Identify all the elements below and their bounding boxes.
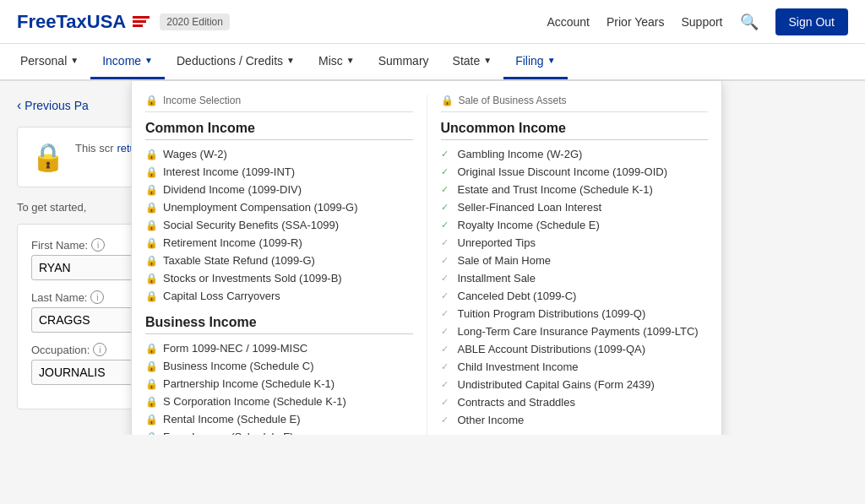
chevron-left-icon: ‹	[17, 98, 21, 113]
income-item-estate[interactable]: ✓Estate and Trust Income (Schedule K-1)	[441, 181, 709, 198]
nav-state[interactable]: State ▼	[441, 44, 504, 79]
nav-filing[interactable]: Filing ▼	[503, 44, 567, 79]
income-item-ltc[interactable]: ✓Long-Term Care Insurance Payments (1099…	[441, 322, 709, 340]
lock-icon: 🔒	[145, 149, 158, 160]
income-item-1099nec[interactable]: 🔒Form 1099-NEC / 1099-MISC	[145, 339, 413, 357]
chevron-down-icon: ▼	[286, 56, 295, 65]
income-item-undistributed[interactable]: ✓Undistributed Capital Gains (Form 2439)	[441, 376, 709, 393]
income-item-royalty[interactable]: ✓Royalty Income (Schedule E)	[441, 216, 709, 234]
lock-icon: 🔒	[145, 360, 158, 372]
chevron-down-icon: ▼	[346, 56, 355, 65]
common-income-title: Common Income	[145, 121, 413, 140]
lock-icon: 🔒	[145, 431, 158, 436]
income-item-capital-loss[interactable]: 🔒Capital Loss Carryovers	[145, 287, 413, 305]
check-icon: ✓	[441, 255, 453, 266]
check-icon: ✓	[441, 184, 453, 195]
business-income-title: Business Income	[145, 315, 413, 334]
income-item-main-home[interactable]: ✓Sale of Main Home	[441, 252, 709, 269]
check-icon: ✓	[441, 166, 453, 177]
income-item-taxable-refund[interactable]: 🔒Taxable State Refund (1099-G)	[145, 252, 413, 269]
lock-icon: 🔒	[145, 202, 158, 214]
income-item-retirement[interactable]: 🔒Retirement Income (1099-R)	[145, 234, 413, 252]
chevron-down-icon: ▼	[144, 56, 153, 65]
check-icon: ✓	[441, 344, 453, 355]
check-icon: ✓	[441, 308, 453, 319]
nav-misc[interactable]: Misc ▼	[307, 44, 367, 79]
income-item-interest[interactable]: 🔒Interest Income (1099-INT)	[145, 163, 413, 181]
lock-icon: 🔒	[145, 378, 158, 390]
sign-out-button[interactable]: Sign Out	[775, 8, 848, 35]
nav-deductions[interactable]: Deductions / Credits ▼	[165, 44, 307, 79]
income-item-tuition[interactable]: ✓Tuition Program Distributions (1099-Q)	[441, 305, 709, 322]
dropdown-right-col: 🔒 Sale of Business Assets Uncommon Incom…	[427, 95, 722, 435]
check-icon: ✓	[441, 379, 453, 390]
header-right: Account Prior Years Support 🔍 Sign Out	[547, 8, 848, 35]
lock-big-icon: 🔒	[31, 141, 65, 173]
lock-icon: 🔒	[145, 237, 158, 249]
lock-icon: 🔒	[145, 219, 158, 231]
lock-icon: 🔒	[145, 343, 158, 355]
income-item-s-corp[interactable]: 🔒S Corporation Income (Schedule K-1)	[145, 393, 413, 410]
logo-flag	[133, 16, 150, 27]
income-item-able[interactable]: ✓ABLE Account Distributions (1099-QA)	[441, 340, 709, 358]
lock-icon: 🔒	[145, 290, 158, 302]
chevron-down-icon: ▼	[483, 56, 492, 65]
main-nav: Personal ▼ Income ▼ Deductions / Credits…	[0, 44, 865, 81]
header-left: FreeTaxUSA 2020 Edition	[17, 11, 230, 33]
income-item-seller-financed[interactable]: ✓Seller-Financed Loan Interest	[441, 198, 709, 216]
lock-icon: 🔒	[145, 273, 158, 285]
lock-icon: 🔒	[145, 396, 158, 408]
check-icon: ✓	[441, 149, 453, 160]
nav-personal[interactable]: Personal ▼	[8, 44, 90, 79]
income-item-child-investment[interactable]: ✓Child Investment Income	[441, 358, 709, 376]
nav-income[interactable]: Income ▼	[90, 44, 165, 79]
income-item-stocks[interactable]: 🔒Stocks or Investments Sold (1099-B)	[145, 269, 413, 287]
income-item-wages[interactable]: 🔒Wages (W-2)	[145, 145, 413, 163]
income-dropdown: 🔒 Income Selection Common Income 🔒Wages …	[131, 81, 722, 435]
income-item-partnership[interactable]: 🔒Partnership Income (Schedule K-1)	[145, 375, 413, 393]
income-item-unemployment[interactable]: 🔒Unemployment Compensation (1099-G)	[145, 198, 413, 216]
support-link[interactable]: Support	[681, 15, 722, 29]
nav-summary[interactable]: Summary	[367, 44, 441, 79]
income-item-unreported-tips[interactable]: ✓Unreported Tips	[441, 234, 709, 252]
logo: FreeTaxUSA	[17, 11, 150, 33]
income-item-installment[interactable]: ✓Installment Sale	[441, 269, 709, 287]
lock-icon: 🔒	[145, 255, 158, 267]
nav-wrapper: Personal ▼ Income ▼ Deductions / Credits…	[0, 44, 865, 81]
check-icon: ✓	[441, 273, 453, 284]
info-icon[interactable]: i	[93, 343, 106, 356]
income-item-contracts[interactable]: ✓Contracts and Straddles	[441, 393, 709, 411]
check-icon: ✓	[441, 361, 453, 372]
dropdown-left-col: 🔒 Income Selection Common Income 🔒Wages …	[132, 95, 427, 435]
check-icon: ✓	[441, 219, 453, 230]
chevron-down-icon: ▼	[547, 56, 556, 65]
income-item-rental[interactable]: 🔒Rental Income (Schedule E)	[145, 410, 413, 428]
income-item-gambling[interactable]: ✓Gambling Income (W-2G)	[441, 145, 709, 163]
sale-business-title: 🔒 Sale of Business Assets	[441, 95, 709, 112]
lock-icon: 🔒	[441, 95, 454, 106]
income-item-business-c[interactable]: 🔒Business Income (Schedule C)	[145, 357, 413, 375]
check-icon: ✓	[441, 326, 453, 337]
info-icon[interactable]: i	[90, 290, 104, 304]
income-item-social-security[interactable]: 🔒Social Security Benefits (SSA-1099)	[145, 216, 413, 234]
chevron-down-icon: ▼	[70, 56, 79, 65]
edition-badge: 2020 Edition	[160, 14, 230, 30]
income-item-dividend[interactable]: 🔒Dividend Income (1099-DIV)	[145, 181, 413, 198]
search-icon[interactable]: 🔍	[740, 13, 759, 31]
income-item-oid[interactable]: ✓Original Issue Discount Income (1099-OI…	[441, 163, 709, 181]
info-icon[interactable]: i	[91, 238, 105, 252]
check-icon: ✓	[441, 415, 453, 425]
account-link[interactable]: Account	[547, 15, 590, 29]
income-item-canceled-debt[interactable]: ✓Canceled Debt (1099-C)	[441, 287, 709, 305]
check-icon: ✓	[441, 290, 453, 301]
income-item-farm[interactable]: 🔒Farm Income (Schedule F)	[145, 428, 413, 435]
prior-years-link[interactable]: Prior Years	[607, 15, 664, 29]
lock-icon: 🔒	[145, 95, 158, 106]
uncommon-income-title: Uncommon Income	[441, 121, 709, 140]
check-icon: ✓	[441, 237, 453, 248]
check-icon: ✓	[441, 397, 453, 408]
check-icon: ✓	[441, 202, 453, 213]
header: FreeTaxUSA 2020 Edition Account Prior Ye…	[0, 0, 865, 44]
lock-icon: 🔒	[145, 414, 158, 425]
income-item-other[interactable]: ✓Other Income	[441, 411, 709, 429]
